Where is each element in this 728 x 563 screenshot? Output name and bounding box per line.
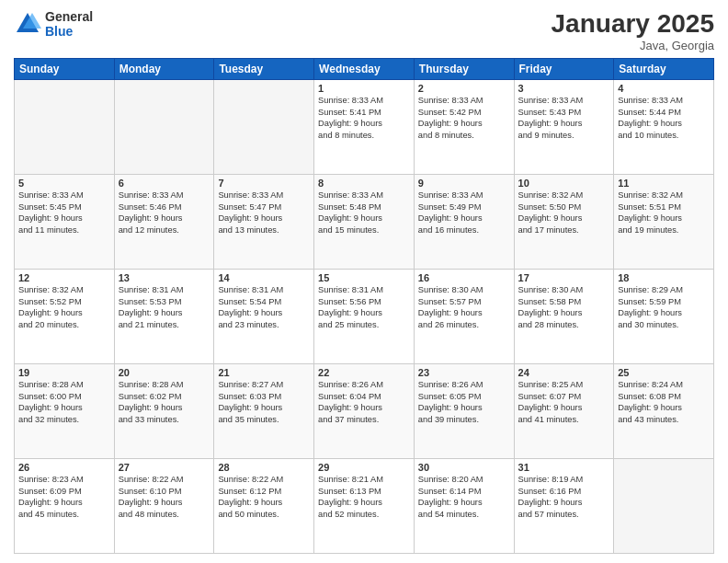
table-cell — [114, 80, 214, 175]
table-cell: 17Sunrise: 8:30 AM Sunset: 5:58 PM Dayli… — [514, 270, 614, 364]
cell-content: Sunrise: 8:28 AM Sunset: 6:00 PM Dayligh… — [18, 379, 110, 425]
cell-content: Sunrise: 8:32 AM Sunset: 5:52 PM Dayligh… — [18, 284, 110, 330]
cell-content: Sunrise: 8:33 AM Sunset: 5:47 PM Dayligh… — [218, 190, 310, 236]
table-cell: 25Sunrise: 8:24 AM Sunset: 6:08 PM Dayli… — [614, 364, 714, 459]
cell-content: Sunrise: 8:32 AM Sunset: 5:50 PM Dayligh… — [518, 190, 610, 236]
table-cell: 4Sunrise: 8:33 AM Sunset: 5:44 PM Daylig… — [614, 80, 714, 175]
page: General Blue January 2025 Java, Georgia … — [0, 0, 728, 563]
cell-content: Sunrise: 8:23 AM Sunset: 6:09 PM Dayligh… — [18, 474, 110, 520]
day-number: 15 — [318, 272, 410, 283]
table-cell: 5Sunrise: 8:33 AM Sunset: 5:45 PM Daylig… — [15, 175, 115, 270]
cell-content: Sunrise: 8:31 AM Sunset: 5:54 PM Dayligh… — [218, 284, 310, 330]
week-row-5: 26Sunrise: 8:23 AM Sunset: 6:09 PM Dayli… — [15, 459, 714, 554]
table-cell: 1Sunrise: 8:33 AM Sunset: 5:41 PM Daylig… — [314, 80, 415, 175]
day-number: 12 — [18, 272, 110, 283]
day-number: 14 — [218, 272, 310, 283]
table-cell: 31Sunrise: 8:19 AM Sunset: 6:16 PM Dayli… — [514, 459, 614, 554]
cell-content: Sunrise: 8:32 AM Sunset: 5:51 PM Dayligh… — [618, 190, 710, 236]
cell-content: Sunrise: 8:19 AM Sunset: 6:16 PM Dayligh… — [518, 474, 610, 520]
table-cell: 9Sunrise: 8:33 AM Sunset: 5:49 PM Daylig… — [414, 175, 514, 270]
table-cell: 23Sunrise: 8:26 AM Sunset: 6:05 PM Dayli… — [414, 364, 514, 459]
col-tuesday: Tuesday — [214, 59, 314, 80]
cell-content: Sunrise: 8:28 AM Sunset: 6:02 PM Dayligh… — [119, 379, 210, 425]
day-number: 21 — [218, 367, 310, 378]
day-number: 19 — [18, 367, 110, 378]
day-number: 29 — [318, 462, 410, 473]
table-cell: 6Sunrise: 8:33 AM Sunset: 5:46 PM Daylig… — [114, 175, 214, 270]
cell-content: Sunrise: 8:33 AM Sunset: 5:41 PM Dayligh… — [318, 95, 410, 141]
table-cell: 10Sunrise: 8:32 AM Sunset: 5:50 PM Dayli… — [514, 175, 614, 270]
cell-content: Sunrise: 8:33 AM Sunset: 5:46 PM Dayligh… — [119, 190, 210, 236]
table-cell: 30Sunrise: 8:20 AM Sunset: 6:14 PM Dayli… — [414, 459, 514, 554]
cell-content: Sunrise: 8:33 AM Sunset: 5:49 PM Dayligh… — [418, 190, 510, 236]
week-row-2: 5Sunrise: 8:33 AM Sunset: 5:45 PM Daylig… — [15, 175, 714, 270]
cell-content: Sunrise: 8:33 AM Sunset: 5:48 PM Dayligh… — [318, 190, 410, 236]
month-title: January 2025 — [552, 9, 714, 39]
table-cell: 16Sunrise: 8:30 AM Sunset: 5:57 PM Dayli… — [414, 270, 514, 364]
day-number: 7 — [218, 178, 310, 189]
table-cell: 18Sunrise: 8:29 AM Sunset: 5:59 PM Dayli… — [614, 270, 714, 364]
day-number: 1 — [318, 83, 410, 94]
logo: General Blue — [14, 9, 93, 39]
day-number: 16 — [418, 272, 510, 283]
table-cell: 3Sunrise: 8:33 AM Sunset: 5:43 PM Daylig… — [514, 80, 614, 175]
day-number: 4 — [618, 83, 710, 94]
header: General Blue January 2025 Java, Georgia — [14, 9, 714, 52]
cell-content: Sunrise: 8:25 AM Sunset: 6:07 PM Dayligh… — [518, 379, 610, 425]
day-number: 13 — [119, 272, 210, 283]
cell-content: Sunrise: 8:33 AM Sunset: 5:43 PM Dayligh… — [518, 95, 610, 141]
day-number: 31 — [518, 462, 610, 473]
day-number: 6 — [119, 178, 210, 189]
table-cell: 13Sunrise: 8:31 AM Sunset: 5:53 PM Dayli… — [114, 270, 214, 364]
table-cell: 29Sunrise: 8:21 AM Sunset: 6:13 PM Dayli… — [314, 459, 415, 554]
cell-content: Sunrise: 8:30 AM Sunset: 5:58 PM Dayligh… — [518, 284, 610, 330]
day-number: 23 — [418, 367, 510, 378]
cell-content: Sunrise: 8:30 AM Sunset: 5:57 PM Dayligh… — [418, 284, 510, 330]
day-number: 26 — [18, 462, 110, 473]
cell-content: Sunrise: 8:29 AM Sunset: 5:59 PM Dayligh… — [618, 284, 710, 330]
table-cell: 19Sunrise: 8:28 AM Sunset: 6:00 PM Dayli… — [15, 364, 115, 459]
day-number: 2 — [418, 83, 510, 94]
day-number: 10 — [518, 178, 610, 189]
col-wednesday: Wednesday — [314, 59, 415, 80]
table-cell: 15Sunrise: 8:31 AM Sunset: 5:56 PM Dayli… — [314, 270, 415, 364]
table-cell: 21Sunrise: 8:27 AM Sunset: 6:03 PM Dayli… — [214, 364, 314, 459]
cell-content: Sunrise: 8:31 AM Sunset: 5:56 PM Dayligh… — [318, 284, 410, 330]
table-cell: 12Sunrise: 8:32 AM Sunset: 5:52 PM Dayli… — [15, 270, 115, 364]
cell-content: Sunrise: 8:26 AM Sunset: 6:04 PM Dayligh… — [318, 379, 410, 425]
table-cell: 11Sunrise: 8:32 AM Sunset: 5:51 PM Dayli… — [614, 175, 714, 270]
cell-content: Sunrise: 8:22 AM Sunset: 6:10 PM Dayligh… — [119, 474, 210, 520]
table-cell — [614, 459, 714, 554]
table-cell: 8Sunrise: 8:33 AM Sunset: 5:48 PM Daylig… — [314, 175, 415, 270]
day-number: 11 — [618, 178, 710, 189]
header-row: Sunday Monday Tuesday Wednesday Thursday… — [15, 59, 714, 80]
cell-content: Sunrise: 8:33 AM Sunset: 5:42 PM Dayligh… — [418, 95, 510, 141]
day-number: 9 — [418, 178, 510, 189]
day-number: 27 — [119, 462, 210, 473]
day-number: 28 — [218, 462, 310, 473]
cell-content: Sunrise: 8:31 AM Sunset: 5:53 PM Dayligh… — [119, 284, 210, 330]
logo-text: General Blue — [45, 9, 93, 39]
cell-content: Sunrise: 8:33 AM Sunset: 5:44 PM Dayligh… — [618, 95, 710, 141]
cell-content: Sunrise: 8:24 AM Sunset: 6:08 PM Dayligh… — [618, 379, 710, 425]
day-number: 3 — [518, 83, 610, 94]
table-cell: 24Sunrise: 8:25 AM Sunset: 6:07 PM Dayli… — [514, 364, 614, 459]
table-cell: 14Sunrise: 8:31 AM Sunset: 5:54 PM Dayli… — [214, 270, 314, 364]
col-saturday: Saturday — [614, 59, 714, 80]
title-area: January 2025 Java, Georgia — [552, 9, 714, 52]
table-cell: 28Sunrise: 8:22 AM Sunset: 6:12 PM Dayli… — [214, 459, 314, 554]
table-cell: 22Sunrise: 8:26 AM Sunset: 6:04 PM Dayli… — [314, 364, 415, 459]
cell-content: Sunrise: 8:33 AM Sunset: 5:45 PM Dayligh… — [18, 190, 110, 236]
col-sunday: Sunday — [15, 59, 115, 80]
cell-content: Sunrise: 8:20 AM Sunset: 6:14 PM Dayligh… — [418, 474, 510, 520]
day-number: 24 — [518, 367, 610, 378]
day-number: 30 — [418, 462, 510, 473]
table-cell: 7Sunrise: 8:33 AM Sunset: 5:47 PM Daylig… — [214, 175, 314, 270]
table-cell — [214, 80, 314, 175]
day-number: 5 — [18, 178, 110, 189]
table-cell: 27Sunrise: 8:22 AM Sunset: 6:10 PM Dayli… — [114, 459, 214, 554]
cell-content: Sunrise: 8:22 AM Sunset: 6:12 PM Dayligh… — [218, 474, 310, 520]
calendar-table: Sunday Monday Tuesday Wednesday Thursday… — [14, 58, 714, 554]
day-number: 25 — [618, 367, 710, 378]
col-monday: Monday — [114, 59, 214, 80]
